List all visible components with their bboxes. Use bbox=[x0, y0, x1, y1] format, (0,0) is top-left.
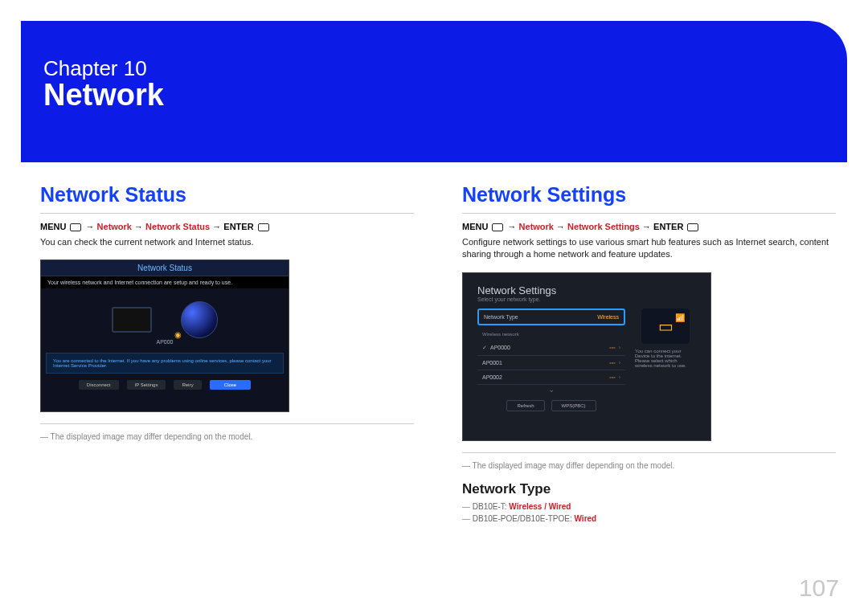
menu-path-settings: MENU → Network → Network Settings → ENTE… bbox=[462, 222, 836, 231]
mock-btn-refresh: Refresh bbox=[506, 400, 544, 411]
globe-icon bbox=[181, 301, 218, 338]
chapter-banner: Chapter 10 Network bbox=[21, 21, 847, 162]
mock-ap-row: AP0001 ◦◦◦› bbox=[477, 356, 625, 370]
mock-btn-retry: Retry bbox=[174, 380, 201, 390]
enter-label: ENTER bbox=[223, 222, 253, 231]
mock-title: Network Status bbox=[41, 260, 289, 276]
model-line-2: DB10E-POE/DB10E-TPOE: Wired bbox=[462, 514, 836, 523]
caption-status: The displayed image may differ depending… bbox=[40, 432, 414, 441]
heading-network-settings: Network Settings bbox=[462, 183, 836, 206]
column-network-status: Network Status MENU → Network → Network … bbox=[40, 183, 414, 526]
page-number: 107 bbox=[799, 574, 839, 602]
caption-settings: The displayed image may differ depending… bbox=[462, 461, 836, 470]
subheading-network-type: Network Type bbox=[462, 481, 836, 497]
mock-button-row: Disconnect IP Settings Retry Close bbox=[41, 380, 289, 390]
menu-label: MENU bbox=[462, 222, 488, 231]
enter-label: ENTER bbox=[653, 222, 683, 231]
menu-label: MENU bbox=[40, 222, 66, 231]
settings-description: Configure network settings to use variou… bbox=[462, 236, 836, 261]
mock-btn-disconnect: Disconnect bbox=[79, 380, 119, 390]
mock-btn-wps: WPS(PBC) bbox=[551, 400, 596, 411]
mock-row-network-type: Network Type Wireless bbox=[477, 309, 625, 325]
enter-icon bbox=[687, 223, 698, 231]
mock-side-panel: ▭ You can connect your Device to the int… bbox=[635, 309, 696, 411]
chevron-down-icon: ⌄ bbox=[477, 385, 625, 394]
mock-visual: ◉ AP000 bbox=[41, 288, 289, 351]
mock-settings-buttons: Refresh WPS(PBC) bbox=[477, 400, 625, 411]
mock-btn-ipsettings: IP Settings bbox=[127, 380, 166, 390]
chapter-title: Network bbox=[43, 78, 825, 112]
mock-settings-subtitle: Select your network type. bbox=[477, 296, 696, 302]
divider bbox=[40, 213, 414, 214]
mock-ap-row: AP0002 ◦◦◦› bbox=[477, 370, 625, 385]
column-network-settings: Network Settings MENU → Network → Networ… bbox=[462, 183, 836, 526]
mock-section-label: Wireless network bbox=[477, 325, 625, 341]
screenshot-network-status: Network Status Your wireless network and… bbox=[40, 260, 289, 412]
mock-list: Network Type Wireless Wireless network A… bbox=[477, 309, 625, 411]
heading-network-status: Network Status bbox=[40, 183, 414, 206]
mock-side-text: You can connect your Device to the inter… bbox=[635, 349, 696, 368]
divider bbox=[462, 452, 836, 453]
divider bbox=[462, 213, 836, 214]
mock-connected-msg: You are connected to the Internet. If yo… bbox=[46, 353, 284, 374]
divider bbox=[40, 423, 414, 424]
wifi-icon: ◉ bbox=[174, 330, 184, 337]
model-line-1: DB10E-T: Wireless / Wired bbox=[462, 502, 836, 511]
mock-ap-row: AP0000 ◦◦◦› bbox=[477, 341, 625, 356]
mock-ready-msg: Your wireless network and Internet conne… bbox=[41, 276, 289, 288]
ap-label: AP000 bbox=[156, 339, 173, 345]
status-description: You can check the current network and In… bbox=[40, 236, 414, 248]
menu-path-status: MENU → Network → Network Status → ENTER bbox=[40, 222, 414, 231]
menu-icon bbox=[70, 223, 81, 231]
mock-settings-title: Network Settings bbox=[477, 284, 696, 296]
content-columns: Network Status MENU → Network → Network … bbox=[40, 183, 836, 526]
screenshot-network-settings: Network Settings Select your network typ… bbox=[462, 272, 711, 441]
menu-icon bbox=[492, 223, 503, 231]
mock-btn-close: Close bbox=[210, 380, 251, 390]
enter-icon bbox=[258, 223, 269, 231]
wireless-device-icon: ▭ bbox=[641, 309, 690, 344]
tv-icon bbox=[112, 307, 152, 333]
